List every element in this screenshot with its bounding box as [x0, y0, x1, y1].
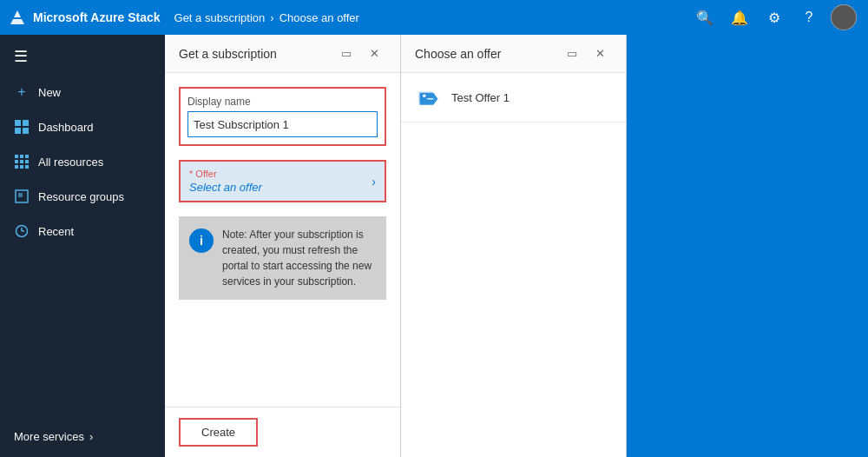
offer-tag-icon	[415, 83, 443, 111]
brand-name: Microsoft Azure Stack	[33, 10, 161, 24]
new-icon: +	[14, 84, 30, 100]
more-services-chevron: ›	[89, 430, 93, 443]
more-services-label: More services	[14, 430, 84, 443]
sidebar-item-dashboard-label: Dashboard	[38, 121, 94, 134]
svg-rect-14	[25, 165, 29, 169]
help-icon[interactable]: ?	[793, 2, 825, 33]
display-name-label: Display name	[187, 96, 378, 108]
avatar-circle	[831, 4, 857, 30]
panel-left-title: Get a subscription	[179, 47, 277, 61]
more-services-button[interactable]: More services ›	[14, 430, 151, 443]
top-bar-icons: 🔍 🔔 ⚙ ?	[689, 2, 859, 33]
panel-get-subscription: Get a subscription ▭ ✕ Display name Offe…	[165, 35, 401, 457]
remaining-blue-area	[627, 35, 868, 457]
settings-icon[interactable]: ⚙	[759, 2, 790, 33]
panel-left-header: Get a subscription ▭ ✕	[165, 35, 400, 73]
sidebar-item-recent-label: Recent	[38, 225, 74, 238]
offer-selector[interactable]: Offer Select an offer ›	[179, 160, 386, 202]
breadcrumb-separator: ›	[270, 11, 273, 24]
sidebar-item-recent[interactable]: Recent	[0, 214, 165, 248]
sidebar-item-new[interactable]: + New	[0, 75, 165, 109]
svg-rect-11	[25, 160, 29, 163]
sidebar: ☰ + New Dashboard All resources Resource…	[0, 35, 165, 457]
svg-point-21	[423, 95, 426, 98]
create-button[interactable]: Create	[179, 418, 258, 447]
resource-groups-icon	[14, 189, 30, 204]
panel-right-minimize-button[interactable]: ▭	[560, 42, 584, 66]
panel-left-body: Display name Offer Select an offer › i N…	[165, 73, 400, 407]
panel-left-minimize-button[interactable]: ▭	[334, 42, 358, 66]
sidebar-bottom: More services ›	[0, 421, 165, 457]
panel-left-footer: Create	[165, 407, 400, 457]
svg-rect-9	[15, 160, 18, 163]
hamburger-button[interactable]: ☰	[0, 38, 165, 75]
info-box: i Note: After your subscription is creat…	[179, 216, 386, 300]
info-text: Note: After your subscription is created…	[222, 227, 376, 289]
content-area: Get a subscription ▭ ✕ Display name Offe…	[165, 35, 868, 457]
sidebar-item-resource-groups-label: Resource groups	[38, 190, 124, 203]
sidebar-item-resource-groups[interactable]: Resource groups	[0, 179, 165, 214]
offer-required-label: Offer	[189, 169, 262, 179]
recent-icon	[14, 223, 30, 239]
breadcrumb: Get a subscription › Choose an offer	[174, 11, 689, 24]
offer-chevron-icon: ›	[372, 175, 376, 189]
svg-rect-13	[20, 165, 23, 169]
breadcrumb-step2: Choose an offer	[279, 11, 359, 24]
search-icon[interactable]: 🔍	[689, 2, 720, 33]
avatar[interactable]	[828, 2, 859, 33]
brand: Microsoft Azure Stack	[9, 9, 161, 26]
sidebar-item-all-resources-label: All resources	[38, 156, 103, 169]
main-layout: ☰ + New Dashboard All resources Resource…	[0, 35, 868, 457]
display-name-group: Display name	[179, 87, 386, 146]
svg-rect-10	[20, 160, 23, 163]
panel-left-header-icons: ▭ ✕	[334, 42, 386, 66]
sidebar-item-all-resources[interactable]: All resources	[0, 144, 165, 179]
sidebar-item-new-label: New	[38, 86, 61, 99]
offer-placeholder: Select an offer	[189, 181, 262, 194]
svg-rect-8	[25, 155, 29, 158]
panel-right-close-button[interactable]: ✕	[588, 42, 612, 66]
azure-logo-icon	[9, 9, 26, 26]
top-bar: Microsoft Azure Stack Get a subscription…	[0, 0, 868, 35]
panel-right-title: Choose an offer	[415, 47, 501, 61]
svg-rect-2	[15, 120, 21, 126]
svg-rect-1	[12, 17, 23, 19]
svg-rect-16	[18, 193, 23, 197]
breadcrumb-step1[interactable]: Get a subscription	[174, 11, 266, 24]
tag-svg	[417, 85, 441, 109]
dashboard-icon	[14, 119, 30, 135]
panel-right-body: Test Offer 1	[401, 73, 626, 457]
panel-left-close-button[interactable]: ✕	[362, 42, 386, 66]
info-icon: i	[189, 228, 214, 253]
svg-rect-7	[20, 155, 23, 158]
sidebar-item-dashboard[interactable]: Dashboard	[0, 109, 165, 144]
notification-icon[interactable]: 🔔	[724, 2, 755, 33]
panel-right-header-icons: ▭ ✕	[560, 42, 612, 66]
svg-rect-12	[15, 165, 18, 169]
svg-rect-3	[23, 120, 29, 126]
offer-selector-left: Offer Select an offer	[189, 169, 262, 194]
offer-name-test-offer-1: Test Offer 1	[451, 91, 510, 104]
display-name-input[interactable]	[187, 111, 378, 137]
svg-rect-4	[15, 128, 21, 134]
panel-choose-offer: Choose an offer ▭ ✕	[401, 35, 627, 457]
panel-right-header: Choose an offer ▭ ✕	[401, 35, 626, 73]
offer-item-test-offer-1[interactable]: Test Offer 1	[401, 73, 626, 123]
all-resources-icon	[14, 154, 30, 169]
svg-rect-6	[15, 155, 18, 158]
svg-rect-5	[23, 128, 29, 134]
